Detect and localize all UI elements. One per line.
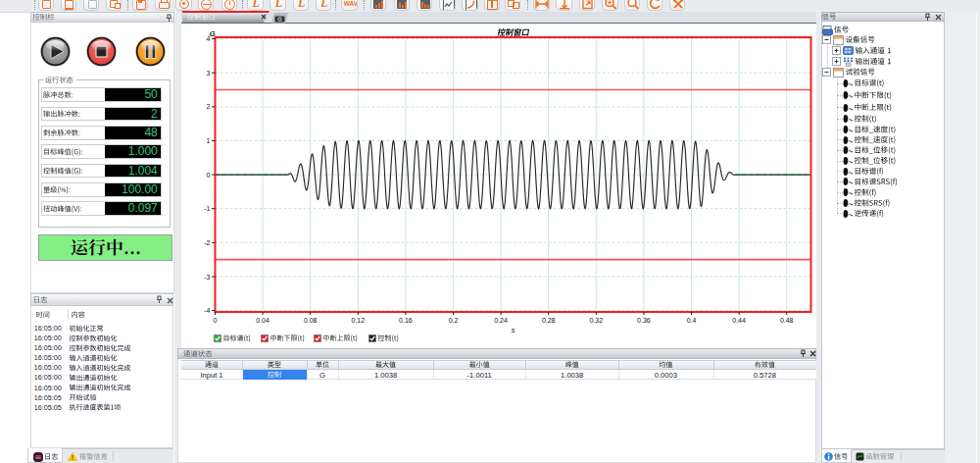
svg-text:0.4: 0.4: [687, 317, 697, 324]
svg-text:0.36: 0.36: [637, 317, 651, 324]
svg-text:3: 3: [207, 70, 211, 77]
svg-text:0.16: 0.16: [399, 317, 413, 324]
svg-text:0.48: 0.48: [780, 317, 794, 324]
svg-text:-1: -1: [204, 205, 210, 212]
svg-text:0: 0: [214, 317, 218, 324]
svg-text:0.2: 0.2: [449, 317, 459, 324]
svg-text:0.08: 0.08: [304, 317, 318, 324]
svg-text:-3: -3: [204, 274, 210, 281]
svg-text:0: 0: [207, 172, 211, 179]
svg-text:-4: -4: [204, 307, 210, 314]
svg-text:1: 1: [207, 137, 211, 144]
svg-text:-2: -2: [204, 239, 210, 246]
svg-text:0.04: 0.04: [256, 317, 270, 324]
svg-text:2: 2: [207, 103, 211, 110]
svg-text:0.44: 0.44: [732, 317, 746, 324]
svg-text:s: s: [512, 326, 515, 334]
svg-text:0.12: 0.12: [351, 317, 365, 324]
svg-text:0.28: 0.28: [542, 317, 556, 324]
svg-text:G: G: [209, 29, 215, 38]
svg-text:0.32: 0.32: [589, 317, 603, 324]
svg-text:0.24: 0.24: [494, 317, 508, 324]
